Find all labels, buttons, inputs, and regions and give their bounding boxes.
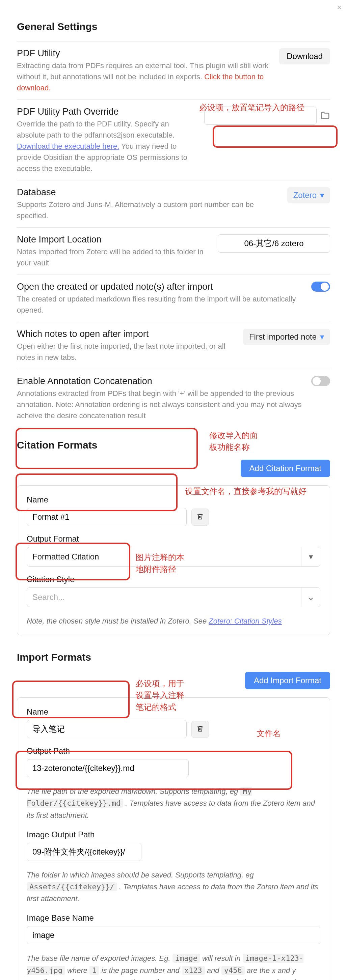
caret-down-icon: ▾	[301, 547, 320, 566]
folder-icon[interactable]	[320, 111, 330, 121]
general-settings-title: General Settings	[17, 21, 330, 32]
pdf-path-override-title: PDF Utility Path Override	[17, 107, 196, 117]
output-path-label: Output Path	[27, 746, 189, 756]
citation-name-label: Name	[27, 495, 209, 504]
add-citation-format-button[interactable]: Add Citation Format	[241, 460, 330, 477]
pdf-utility-title: PDF Utility	[17, 48, 271, 59]
note-import-input[interactable]	[218, 234, 330, 253]
pdf-utility-desc: Extracting data from PDFs requires an ex…	[17, 60, 271, 94]
citation-style-select[interactable]: Search... ⌄	[27, 587, 320, 607]
close-icon[interactable]: ×	[337, 3, 342, 12]
delete-citation-button[interactable]	[191, 509, 209, 526]
download-executable-link[interactable]: Download the executable here.	[17, 142, 119, 150]
image-base-name-label: Image Base Name	[27, 913, 320, 923]
image-output-path-note: The folder in which images should be sav…	[27, 869, 320, 905]
annotation-concat-desc: Annotations extracted from PDFs that beg…	[17, 388, 303, 421]
image-base-name-input[interactable]	[27, 926, 320, 944]
citation-style-note: Note, the chosen style must be installed…	[27, 615, 320, 627]
note-import-location-desc: Notes imported from Zotero will be added…	[17, 246, 209, 269]
open-after-import-toggle[interactable]	[311, 282, 330, 292]
open-after-import-title: Open the created or updated note(s) afte…	[17, 282, 303, 292]
caret-down-icon: ▾	[320, 191, 324, 200]
pdf-path-input[interactable]	[204, 107, 317, 125]
annotation-concat-title: Enable Annotation Concatenation	[17, 376, 303, 387]
image-base-name-note: The base file name of exported images. E…	[27, 952, 320, 980]
pdf-path-override-desc: Override the path to the PDF utility. Sp…	[17, 118, 196, 174]
import-name-input[interactable]	[27, 720, 187, 738]
output-format-select[interactable]: Formatted Citation ▾	[27, 547, 320, 566]
database-select[interactable]: Zotero▾	[287, 187, 330, 204]
which-notes-title: Which notes to open after import	[17, 329, 235, 339]
database-title: Database	[17, 187, 279, 197]
image-output-path-label: Image Output Path	[27, 830, 141, 839]
zotero-styles-link[interactable]: Zotero: Citation Styles	[209, 617, 281, 625]
caret-down-icon: ⌄	[301, 588, 320, 607]
citation-format-card: Name Output Format Formatted Citation ▾ …	[17, 485, 330, 635]
open-after-import-desc: The created or updated markdown files re…	[17, 293, 303, 316]
database-desc: Supports Zotero and Juris-M. Alternative…	[17, 199, 279, 221]
trash-icon	[197, 513, 204, 520]
import-formats-title: Import Formats	[17, 652, 330, 663]
caret-down-icon: ▾	[320, 332, 324, 342]
citation-style-label: Citation Style	[27, 574, 320, 584]
image-output-path-input[interactable]	[27, 843, 141, 861]
output-path-input[interactable]	[27, 759, 189, 777]
import-format-card: Name Output Path The file path of the ex…	[17, 697, 330, 980]
which-notes-desc: Open either the first note imported, the…	[17, 340, 235, 363]
which-notes-select[interactable]: First imported note▾	[243, 329, 330, 345]
delete-import-button[interactable]	[191, 721, 209, 738]
citation-name-input[interactable]	[27, 508, 187, 526]
annotation-concat-toggle[interactable]	[311, 376, 330, 386]
import-name-label: Name	[27, 707, 209, 717]
trash-icon	[197, 725, 204, 732]
note-import-location-title: Note Import Location	[17, 234, 209, 245]
download-button[interactable]: Download	[279, 48, 330, 64]
add-import-format-button[interactable]: Add Import Format	[245, 672, 330, 689]
output-format-label: Output Format	[27, 534, 320, 544]
citation-formats-title: Citation Formats	[17, 439, 330, 451]
output-path-note: The file path of the exported markdown. …	[27, 786, 320, 821]
